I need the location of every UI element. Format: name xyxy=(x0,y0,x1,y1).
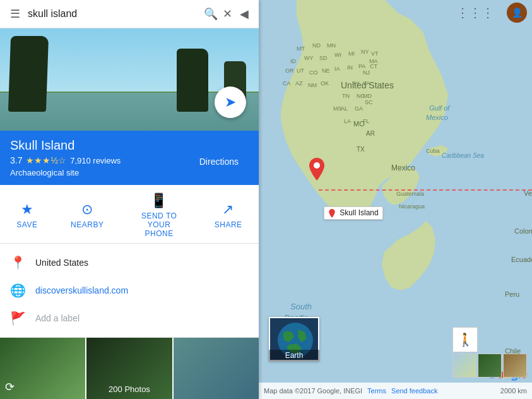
svg-text:VT: VT xyxy=(371,51,379,57)
search-input[interactable]: skull island xyxy=(28,8,199,20)
send-label: SEND TO YOUR PHONE xyxy=(137,211,181,238)
svg-text:PA: PA xyxy=(358,63,365,69)
svg-text:NY: NY xyxy=(361,49,369,55)
svg-text:Peru: Peru xyxy=(505,290,519,298)
skull-island-label-text: Skull Island xyxy=(340,208,378,217)
share-label: SHARE xyxy=(215,220,242,229)
send-to-phone-button[interactable]: 📱 SEND TO YOUR PHONE xyxy=(137,193,181,238)
save-button[interactable]: ★ SAVE xyxy=(16,201,37,229)
directions-link[interactable]: Directions xyxy=(199,157,239,167)
location-icon: 📍 xyxy=(10,255,25,270)
hero-image: ➤ xyxy=(0,28,259,131)
svg-text:LA: LA xyxy=(344,118,351,124)
profile-avatar[interactable]: 👤 xyxy=(507,3,527,23)
menu-icon[interactable]: ☰ xyxy=(8,4,23,23)
share-icon: ↗ xyxy=(222,201,234,218)
apps-icon[interactable]: ⋮⋮⋮ xyxy=(456,5,494,20)
svg-text:UT: UT xyxy=(297,68,304,74)
default-map-style-button[interactable] xyxy=(452,354,476,378)
pegman-button[interactable]: 🚶 xyxy=(452,327,478,352)
svg-text:IN: IN xyxy=(347,64,353,71)
street-view-icon[interactable]: ⟳ xyxy=(5,380,15,394)
svg-text:AZ: AZ xyxy=(295,80,303,86)
svg-text:Mexico: Mexico xyxy=(426,114,448,121)
svg-text:SC: SC xyxy=(365,99,373,105)
share-button[interactable]: ↗ SHARE xyxy=(215,201,242,229)
svg-text:Colombia: Colombia xyxy=(514,227,532,235)
svg-text:AR: AR xyxy=(366,130,375,137)
svg-text:CA: CA xyxy=(283,80,291,86)
svg-text:Gulf of: Gulf of xyxy=(429,104,450,112)
terms-link[interactable]: Terms xyxy=(367,387,386,395)
svg-text:IA: IA xyxy=(334,66,340,72)
rating-row: 3.7 ★★★½☆ 7,910 reviews xyxy=(10,155,121,165)
collapse-panel-button[interactable]: ◀ xyxy=(237,4,251,23)
svg-text:South: South xyxy=(290,302,312,311)
svg-text:Cuba: Cuba xyxy=(426,148,440,154)
svg-text:MS: MS xyxy=(333,105,342,112)
country-text: United States xyxy=(35,258,88,268)
photo-thumb-2[interactable]: 200 Photos xyxy=(85,338,173,399)
country-row: 📍 United States xyxy=(0,249,259,277)
svg-text:ID: ID xyxy=(290,58,297,64)
terrain-style-button[interactable] xyxy=(503,354,527,378)
svg-text:NE: NE xyxy=(322,68,330,74)
action-bar: ★ SAVE ⊙ NEARBY 📱 SEND TO YOUR PHONE ↗ S… xyxy=(0,185,259,244)
svg-text:SD: SD xyxy=(319,55,328,61)
map-pin[interactable] xyxy=(309,158,324,183)
svg-point-55 xyxy=(314,162,320,169)
svg-text:Nicaragua: Nicaragua xyxy=(399,203,425,210)
svg-text:Guatemala: Guatemala xyxy=(396,191,424,197)
star-rating: ★★★½☆ xyxy=(26,155,66,165)
map-panel[interactable]: United States MO AR TX Mexico Gulf of Me… xyxy=(259,0,532,399)
svg-text:AL: AL xyxy=(341,105,348,112)
skull-island-map-label[interactable]: Skull Island xyxy=(324,206,383,220)
save-icon: ★ xyxy=(21,201,34,218)
svg-text:MA: MA xyxy=(369,58,378,64)
svg-text:ND: ND xyxy=(312,42,321,49)
review-count: 7,910 reviews xyxy=(70,156,121,165)
svg-text:MT: MT xyxy=(297,45,305,52)
globe-icon: 🌐 xyxy=(10,283,25,298)
phone-icon: 📱 xyxy=(150,193,168,209)
flag-icon: 🚩 xyxy=(10,311,25,326)
label-row: 🚩 Add a label xyxy=(0,304,259,332)
close-icon[interactable]: ✕ xyxy=(223,7,232,21)
svg-text:OK: OK xyxy=(321,80,329,86)
map-style-buttons xyxy=(452,354,527,378)
svg-text:Mexico: Mexico xyxy=(391,164,415,172)
search-bar: ☰ skull island 🔍 ✕ ◀ xyxy=(0,0,259,28)
rating-number: 3.7 xyxy=(10,155,22,165)
website-link[interactable]: discoverskullisland.com xyxy=(35,285,128,295)
nearby-button[interactable]: ⊙ NEARBY xyxy=(71,201,103,229)
svg-text:WI: WI xyxy=(334,52,341,58)
svg-text:NM: NM xyxy=(308,82,317,88)
svg-text:MD: MD xyxy=(363,93,372,99)
photo-count-badge: 200 Photos xyxy=(109,384,150,394)
nearby-label: NEARBY xyxy=(71,220,103,229)
website-row: 🌐 discoverskullisland.com xyxy=(0,277,259,304)
left-panel: ☰ skull island 🔍 ✕ ◀ ➤ Skull Island 3.7 … xyxy=(0,0,259,399)
svg-text:MN: MN xyxy=(327,42,336,49)
send-feedback-link[interactable]: Send feedback xyxy=(391,387,437,395)
scale-label: 2000 km xyxy=(500,387,527,395)
photo-strip[interactable]: 200 Photos ⟳ xyxy=(0,338,259,399)
photo-thumb-3[interactable] xyxy=(174,338,259,399)
svg-text:VA: VA xyxy=(363,80,370,86)
satellite-style-button[interactable] xyxy=(478,354,502,378)
info-bar: Skull Island 3.7 ★★★½☆ 7,910 reviews Dir… xyxy=(0,131,259,185)
svg-text:Caribbean Sea: Caribbean Sea xyxy=(442,152,484,159)
map-controls: 🚶 xyxy=(452,327,527,378)
add-label-text[interactable]: Add a label xyxy=(35,313,80,323)
svg-text:TX: TX xyxy=(357,146,365,153)
svg-text:FL: FL xyxy=(363,118,370,124)
place-name: Skull Island xyxy=(10,138,249,153)
details-section: 📍 United States 🌐 discoverskullisland.co… xyxy=(0,244,259,338)
svg-text:KY: KY xyxy=(352,80,360,86)
dotted-line xyxy=(319,189,532,191)
nearby-icon: ⊙ xyxy=(81,201,93,218)
map-bottom-bar: Map data ©2017 Google, INEGI Terms Send … xyxy=(259,383,532,399)
directions-hero-button[interactable]: ➤ xyxy=(215,86,246,118)
search-icon[interactable]: 🔍 xyxy=(204,7,218,21)
svg-text:MI: MI xyxy=(348,51,355,57)
